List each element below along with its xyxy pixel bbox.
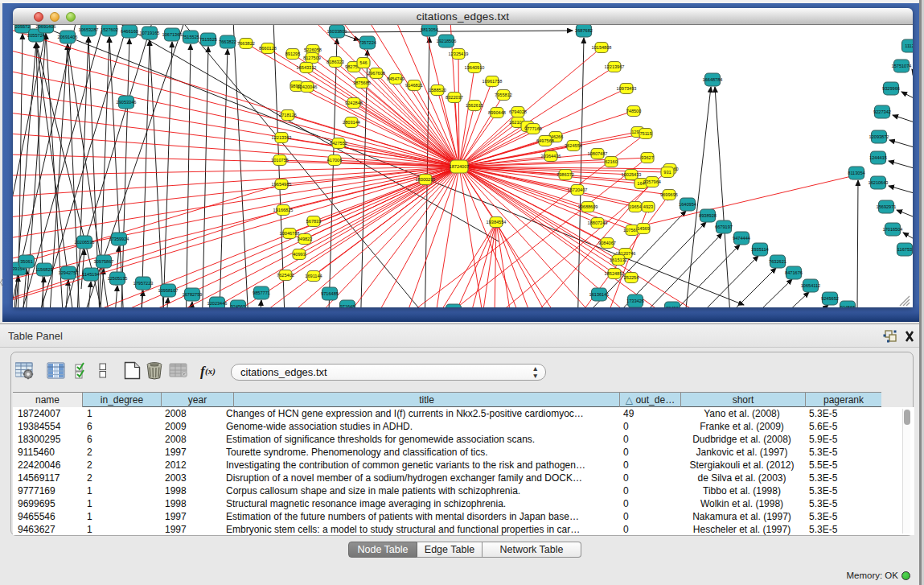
svg-text:10973493: 10973493 xyxy=(617,86,637,91)
svg-text:8813054: 8813054 xyxy=(421,27,438,32)
svg-text:6466160: 6466160 xyxy=(121,29,138,34)
svg-text:924565: 924565 xyxy=(231,304,246,307)
svg-text:10688609: 10688609 xyxy=(578,204,598,209)
svg-text:3875685: 3875685 xyxy=(353,80,371,85)
svg-text:9227342: 9227342 xyxy=(873,109,891,114)
svg-text:1615132: 1615132 xyxy=(610,257,627,262)
svg-text:16136141: 16136141 xyxy=(589,292,610,297)
svg-text:1112: 1112 xyxy=(905,43,913,48)
svg-text:6679197: 6679197 xyxy=(715,225,733,229)
svg-text:30975867: 30975867 xyxy=(94,259,114,264)
svg-text:2055724: 2055724 xyxy=(27,33,45,38)
svg-text:9857771: 9857771 xyxy=(253,290,270,295)
svg-text:10154808: 10154808 xyxy=(592,45,612,50)
svg-text:18524851: 18524851 xyxy=(605,271,625,276)
svg-text:8186323: 8186323 xyxy=(326,60,344,64)
svg-text:6794028: 6794028 xyxy=(509,109,527,114)
svg-text:1640954: 1640954 xyxy=(679,202,696,207)
svg-text:18724007: 18724007 xyxy=(450,164,470,169)
svg-text:10671365: 10671365 xyxy=(162,32,183,37)
svg-text:205572: 205572 xyxy=(15,25,31,29)
svg-text:8127509: 8127509 xyxy=(303,56,321,60)
svg-text:349822: 349822 xyxy=(298,237,313,241)
svg-text:13640910: 13640910 xyxy=(465,65,485,70)
svg-text:5226058: 5226058 xyxy=(304,47,322,52)
svg-text:2935114: 2935114 xyxy=(751,247,768,252)
svg-text:9716485: 9716485 xyxy=(321,291,339,296)
svg-text:2967608: 2967608 xyxy=(368,71,385,76)
svg-text:252254: 252254 xyxy=(624,275,639,280)
svg-text:20691406: 20691406 xyxy=(36,25,56,29)
svg-text:1691144: 1691144 xyxy=(305,274,322,278)
svg-text:6497568: 6497568 xyxy=(536,138,554,143)
svg-text:19654985: 19654985 xyxy=(272,182,292,187)
svg-text:18807249: 18807249 xyxy=(588,220,608,225)
svg-text:93627: 93627 xyxy=(641,155,654,160)
svg-text:10654112: 10654112 xyxy=(801,283,820,288)
svg-text:9357964: 9357964 xyxy=(643,179,661,184)
svg-text:92450: 92450 xyxy=(666,306,679,307)
svg-text:40993: 40993 xyxy=(293,252,306,257)
svg-text:931: 931 xyxy=(663,170,671,175)
svg-text:1562615: 1562615 xyxy=(466,103,483,108)
svg-text:35061: 35061 xyxy=(20,259,33,264)
svg-text:12942757: 12942757 xyxy=(59,270,79,275)
svg-text:(x): (x) xyxy=(205,366,216,377)
svg-text:7357224: 7357224 xyxy=(359,40,376,45)
svg-text:8660128: 8660128 xyxy=(259,46,277,51)
svg-text:16033809: 16033809 xyxy=(327,29,347,34)
svg-text:9245652: 9245652 xyxy=(821,296,839,301)
svg-text:9777169: 9777169 xyxy=(524,126,542,131)
svg-text:16648784: 16648784 xyxy=(703,77,723,82)
svg-text:10961758: 10961758 xyxy=(483,79,503,84)
svg-text:8427552: 8427552 xyxy=(330,141,347,146)
svg-text:14569: 14569 xyxy=(637,226,650,231)
svg-text:62160: 62160 xyxy=(605,159,618,164)
svg-text:12325419: 12325419 xyxy=(449,51,469,56)
svg-text:7663822: 7663822 xyxy=(219,39,236,44)
svg-text:748500: 748500 xyxy=(626,109,642,113)
svg-text:9699695: 9699695 xyxy=(660,192,678,197)
svg-text:15720407: 15720407 xyxy=(568,187,588,192)
svg-text:16782759: 16782759 xyxy=(183,292,203,297)
svg-text:3624554: 3624554 xyxy=(565,143,582,148)
svg-text:116753: 116753 xyxy=(897,247,912,252)
svg-text:7663822: 7663822 xyxy=(237,41,255,46)
svg-text:7955812: 7955812 xyxy=(495,93,512,97)
svg-text:1588520: 1588520 xyxy=(429,88,446,93)
svg-text:15751074: 15751074 xyxy=(892,64,912,68)
svg-text:891295: 891295 xyxy=(285,51,301,56)
svg-text:22420046: 22420046 xyxy=(298,84,318,89)
svg-text:19218506: 19218506 xyxy=(437,39,457,43)
svg-text:20364436: 20364436 xyxy=(541,154,561,159)
svg-text:17359924: 17359924 xyxy=(109,237,129,241)
svg-text:546: 546 xyxy=(359,60,367,65)
svg-text:10653287: 10653287 xyxy=(79,27,99,32)
svg-text:12093872: 12093872 xyxy=(869,134,889,139)
svg-text:7515525: 7515525 xyxy=(199,37,217,42)
svg-text:8113054: 8113054 xyxy=(848,171,864,175)
svg-text:10719165: 10719165 xyxy=(140,31,160,35)
svg-text:16543312: 16543312 xyxy=(297,65,317,70)
svg-text:15692971: 15692971 xyxy=(877,204,897,209)
svg-text:417006: 417006 xyxy=(327,158,343,163)
svg-text:12213967: 12213967 xyxy=(605,64,625,69)
svg-text:2718126: 2718126 xyxy=(279,113,297,117)
svg-text:12023446: 12023446 xyxy=(207,301,228,306)
svg-text:8454749: 8454749 xyxy=(387,76,405,81)
svg-text:10958107: 10958107 xyxy=(158,288,179,293)
svg-text:20691406: 20691406 xyxy=(58,35,78,39)
svg-text:2803144: 2803144 xyxy=(343,120,360,125)
svg-text:19654: 19654 xyxy=(629,204,642,209)
svg-text:10807487: 10807487 xyxy=(588,151,608,156)
svg-text:8938928: 8938928 xyxy=(699,213,717,218)
svg-text:9146821: 9146821 xyxy=(405,83,423,88)
svg-text:1145194: 1145194 xyxy=(82,272,99,277)
svg-text:75115: 75115 xyxy=(639,131,651,136)
svg-text:567833: 567833 xyxy=(306,219,322,224)
svg-text:1527602: 1527602 xyxy=(101,27,118,32)
svg-text:971648: 971648 xyxy=(340,304,355,307)
svg-text:1010755: 1010755 xyxy=(271,158,289,163)
svg-text:1733426: 1733426 xyxy=(626,299,644,303)
svg-text:8471676: 8471676 xyxy=(785,270,803,275)
